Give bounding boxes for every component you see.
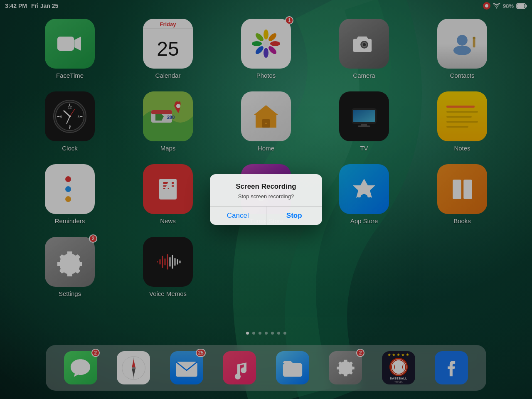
dialog-overlay: Screen Recording Stop screen recording? …: [0, 0, 532, 399]
dialog-stop-button[interactable]: Stop: [266, 207, 323, 225]
dialog-buttons: Cancel Stop: [210, 206, 322, 225]
screen-recording-dialog: Screen Recording Stop screen recording? …: [210, 174, 322, 225]
dialog-message: Stop screen recording?: [217, 193, 315, 200]
dialog-body: Screen Recording Stop screen recording?: [210, 174, 322, 206]
dialog-cancel-button[interactable]: Cancel: [210, 207, 266, 225]
dialog-title: Screen Recording: [217, 182, 315, 191]
